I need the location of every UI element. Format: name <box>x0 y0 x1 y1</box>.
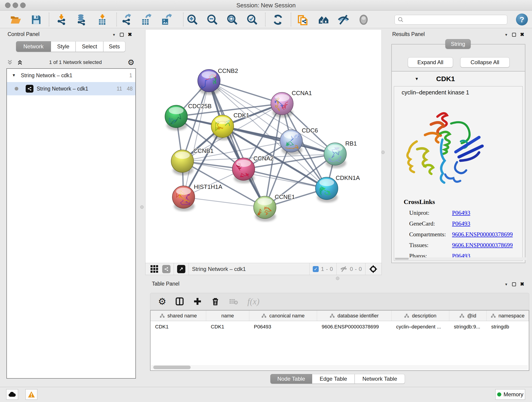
import-table-from-file-icon[interactable] <box>96 13 109 26</box>
table-row[interactable]: CDK1CDK1P064939606.ENSP00000378699cyclin… <box>151 321 529 332</box>
entry-expander-icon[interactable]: ▼ <box>415 77 419 81</box>
tab-edge-table[interactable]: Edge Table <box>312 374 355 384</box>
open-session-icon[interactable] <box>9 13 22 26</box>
close-panel-icon[interactable]: ✖ <box>128 32 132 38</box>
network-node-CCNA2[interactable]: CCNA2 <box>232 155 273 183</box>
tab-select[interactable]: Select <box>76 41 103 52</box>
tab-node-table[interactable]: Node Table <box>270 374 312 384</box>
tab-style[interactable]: Style <box>51 41 76 52</box>
help-button[interactable]: ? <box>516 13 528 26</box>
zoom-fit-icon[interactable] <box>226 13 239 26</box>
birdseye-view-icon[interactable] <box>177 265 185 273</box>
status-bar: Memory <box>0 387 532 402</box>
zoom-out-icon[interactable] <box>206 13 219 26</box>
network-node-CDKN1A[interactable]: CDKN1A <box>316 174 360 202</box>
tab-sets[interactable]: Sets <box>103 41 125 52</box>
show-all-icon[interactable] <box>357 13 370 26</box>
export-network-icon[interactable] <box>120 13 133 26</box>
collapse-all-button[interactable]: Collapse All <box>460 57 510 67</box>
panel-menu-icon[interactable]: ▼ <box>505 282 508 286</box>
footer-separator <box>365 263 365 275</box>
search-input[interactable] <box>394 15 507 25</box>
network-node-CCNA1[interactable]: CCNA1 <box>271 89 312 118</box>
table-hscroll-thumb[interactable] <box>153 366 191 369</box>
collection-expander-icon[interactable]: ▼ <box>12 73 16 78</box>
hide-selected-icon[interactable] <box>337 13 350 26</box>
cloud-services-button[interactable] <box>6 389 18 400</box>
crosslinks-section: CrossLinks Uniprot:P06493GeneCard:P06493… <box>394 198 522 259</box>
network-row-selected[interactable]: String Network – cdk1 11 48 <box>7 82 135 95</box>
grid-view-icon[interactable] <box>151 265 158 273</box>
column-header-shared-name[interactable]: shared name <box>151 311 206 321</box>
float-panel-icon[interactable] <box>512 33 516 37</box>
float-panel-icon[interactable] <box>120 33 124 37</box>
crosslink-link[interactable]: P06493 <box>452 220 470 227</box>
crosslink-link[interactable]: P06493 <box>452 210 470 216</box>
cell-shared-name[interactable]: CDK1 <box>151 321 206 332</box>
gene-entry-header[interactable]: ▼ CDK1 <box>392 71 525 86</box>
network-canvas[interactable]: CCNB2CCNA1CDC25BCDK1CDC6RB1CCNB1CCNA2CDK… <box>145 30 382 263</box>
column-header-canonical-name[interactable]: canonical name <box>249 311 317 321</box>
save-session-icon[interactable] <box>30 13 42 26</box>
expand-all-button[interactable]: Expand All <box>408 57 453 67</box>
column-header-description[interactable]: description <box>392 311 449 321</box>
table-hscrollbar[interactable] <box>151 365 528 370</box>
column-header-name[interactable]: name <box>206 311 249 321</box>
zoom-in-icon[interactable] <box>186 13 199 26</box>
expand-all-icon[interactable] <box>17 59 23 66</box>
export-table-icon[interactable] <box>140 13 152 26</box>
column-header-namespace[interactable]: namespace <box>487 311 529 321</box>
panel-menu-icon[interactable]: ▼ <box>112 33 116 37</box>
selected-counter: 1 - 0 <box>321 266 333 272</box>
network-node-CCNB2[interactable]: CCNB2 <box>198 67 238 95</box>
import-network-from-database-icon[interactable] <box>75 13 88 26</box>
close-panel-icon[interactable]: ✖ <box>520 281 524 287</box>
zoom-selected-icon[interactable] <box>246 13 259 26</box>
cell-canonical-name[interactable]: P06493 <box>249 321 317 332</box>
results-hscroll-thumb[interactable] <box>395 258 409 260</box>
network-node-RB1[interactable]: RB1 <box>324 140 357 168</box>
vertical-splitter-handle[interactable] <box>140 205 144 209</box>
first-neighbors-icon[interactable] <box>317 13 330 26</box>
crosslink-link[interactable]: 9606.ENSP00000378699 <box>452 231 513 238</box>
column-tree-icon <box>404 313 409 318</box>
tab-string[interactable]: String <box>445 39 471 49</box>
results-hscrollbar[interactable] <box>394 257 527 260</box>
column-header-database-identifier[interactable]: database identifier <box>317 311 392 321</box>
close-panel-icon[interactable]: ✖ <box>520 32 524 38</box>
warnings-button[interactable] <box>25 389 37 400</box>
delete-column-icon[interactable] <box>211 297 220 306</box>
network-options-gear-icon[interactable]: ⚙ <box>128 58 134 67</box>
table-settings-gear-icon[interactable]: ⚙ <box>158 296 166 307</box>
panel-menu-icon[interactable]: ▼ <box>505 33 508 37</box>
search-icon <box>398 17 404 23</box>
tab-network-table[interactable]: Network Table <box>355 374 405 384</box>
memory-button[interactable]: Memory <box>495 389 525 400</box>
add-column-icon[interactable] <box>193 297 202 306</box>
network-overview-share-icon[interactable] <box>162 265 171 273</box>
network-collection-row[interactable]: ▼ String Network – cdk1 1 <box>7 69 135 82</box>
cell-namespace[interactable]: stringdb <box>487 321 529 332</box>
tab-network[interactable]: Network <box>16 41 51 52</box>
clone-network-icon[interactable] <box>297 13 309 26</box>
cell-@id[interactable]: stringdb:9... <box>449 321 487 332</box>
crosslink-link[interactable]: 9606.ENSP00000378699 <box>452 242 513 249</box>
network-name: String Network – cdk1 <box>37 86 88 92</box>
network-edge-CCNB2-CCNA1[interactable] <box>209 81 282 104</box>
import-network-from-file-icon[interactable] <box>56 13 68 26</box>
apply-layout-icon[interactable] <box>272 13 284 26</box>
crosslink-row: Compartments:9606.ENSP00000378699 <box>409 231 522 238</box>
export-image-icon[interactable] <box>160 13 172 26</box>
cell-name[interactable]: CDK1 <box>206 321 249 332</box>
show-columns-icon[interactable] <box>175 297 184 306</box>
network-edge-HIST1H1A-CCNE1[interactable] <box>184 197 265 207</box>
cell-description[interactable]: cyclin–dependent ... <box>392 321 449 332</box>
collapse-all-icon[interactable] <box>6 59 13 66</box>
float-panel-icon[interactable] <box>512 282 516 286</box>
column-header-@id[interactable]: @id <box>449 311 487 321</box>
pan-mode-icon[interactable] <box>369 264 378 274</box>
footer-separator <box>174 263 174 275</box>
network-node-HIST1H1A[interactable]: HIST1H1A <box>172 183 222 211</box>
network-node-CCNE1[interactable]: CCNE1 <box>254 193 295 221</box>
cell-database-identifier[interactable]: 9606.ENSP00000378699 <box>317 321 392 332</box>
